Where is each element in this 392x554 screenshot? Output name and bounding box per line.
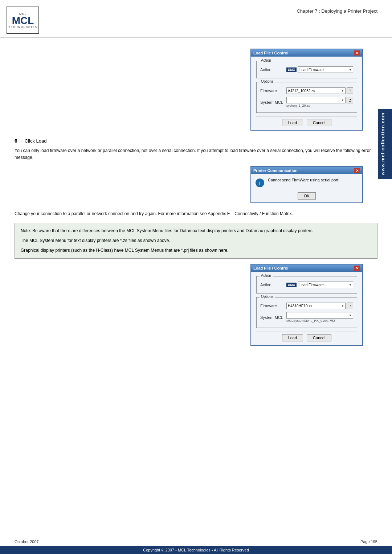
dialog2-firmware-row: Firmware H4310HE10.zs ▼ 🗋 — [260, 303, 353, 309]
footer-top: October 2007 Page 195 — [0, 537, 392, 546]
dialog2-action-label: Action — [260, 283, 286, 287]
dialog2-action-control: DMX Load Firmware ▼ — [286, 282, 353, 288]
system-mcl-select[interactable]: ▼ — [286, 97, 346, 103]
dialog1-titlebar: Load File / Control ✕ — [251, 49, 362, 57]
action-label: Action — [260, 67, 286, 72]
dialog2-system-mcl-select[interactable]: ▼ — [286, 312, 353, 319]
firmware-row: Firmware A4212_10052.zs ▼ 🗋 — [260, 87, 353, 94]
firmware-browse-button[interactable]: 🗋 — [347, 87, 353, 94]
dialog1-load-button[interactable]: Load — [282, 119, 303, 126]
dialog1-close-button[interactable]: ✕ — [354, 50, 360, 56]
chapter-title: Chapter 7 : Deploying a Printer Project — [297, 7, 377, 14]
action-select-arrow: ▼ — [349, 68, 352, 71]
dialog2-action-select-arrow: ▼ — [349, 283, 352, 287]
info-icon: i — [256, 178, 264, 187]
dialog2-firmware-browse-button[interactable]: 🗋 — [347, 303, 353, 309]
dialog2-system-mcl-hint: MCLSystemMenu_HX_0104.PRJ — [286, 319, 335, 323]
footer-page: Page 195 — [360, 539, 377, 544]
dialog2-buttons: Load Cancel — [256, 332, 357, 341]
options-legend: Options — [260, 79, 275, 83]
firmware-select[interactable]: A4212_10052.zs ▼ — [286, 87, 346, 94]
printer-comm-dialog: Printer Communication ✕ i Cannot send Fi… — [250, 166, 363, 203]
dialog2-title: Load File / Control — [253, 266, 289, 270]
dmx-badge: DMX — [286, 67, 297, 72]
step-6: 6 Click Load — [15, 138, 377, 144]
step-number: 6 — [15, 138, 17, 144]
sidebar-watermark: www.mcl-collection.com — [378, 109, 392, 179]
dialog2-body: Action Action DMX Load Firmware ▼ — [251, 272, 362, 345]
action-select[interactable]: Load Firmware ▼ — [298, 66, 353, 73]
system-mcl-row: System MCL ▼ 🗋 system_1_20.zs — [260, 97, 353, 107]
printer-comm-title: Printer Communication — [253, 168, 298, 173]
options-fieldset: Options Firmware A4212_10052.zs ▼ 🗋 Syst — [256, 82, 357, 113]
dialog2-close-button[interactable]: ✕ — [354, 266, 360, 271]
dialog2-firmware-select[interactable]: H4310HE10.zs ▼ — [286, 303, 346, 309]
dialog2-firmware-label: Firmware — [260, 304, 286, 308]
dialog2-action-legend: Action — [260, 274, 273, 278]
action-legend: Action — [260, 58, 273, 62]
logo-letters: MCL — [12, 16, 34, 26]
page-footer: October 2007 Page 195 Copyright © 2007 •… — [0, 537, 392, 554]
para-serial-connection: You can only load firmware over a networ… — [15, 147, 377, 161]
printer-comm-titlebar: Printer Communication ✕ — [251, 167, 362, 174]
logo-bottom: TECHNOLOGIES — [8, 26, 37, 28]
firmware-select-arrow: ▼ — [341, 89, 344, 93]
system-mcl-control: ▼ 🗋 system_1_20.zs — [286, 97, 353, 107]
printer-comm-message: Cannot send FirmWare using serial port!! — [268, 178, 358, 182]
dialog2-options-legend: Options — [260, 295, 275, 299]
dialog2-dmx-badge: DMX — [286, 283, 297, 287]
footer-copyright: Copyright © 2007 • MCL Technologies • Al… — [0, 546, 392, 554]
printer-comm-container: Printer Communication ✕ i Cannot send Fi… — [15, 166, 363, 203]
dialog2-cancel-button[interactable]: Cancel — [307, 334, 331, 341]
dialog1-cancel-button[interactable]: Cancel — [307, 119, 331, 126]
dialog1-body: Action Action DMX Load Firmware ▼ — [251, 57, 362, 130]
page-header: MCL MCL TECHNOLOGIES Chapter 7 : Deployi… — [0, 0, 392, 38]
dialog2-options-fieldset: Options Firmware H4310HE10.zs ▼ 🗋 System — [256, 297, 357, 328]
system-mcl-label: System MCL — [260, 100, 286, 104]
dialog2-system-mcl-label: System MCL — [260, 315, 286, 320]
dialog1-container: Load File / Control ✕ Action Action DMX … — [15, 49, 363, 131]
dialog2-action-select[interactable]: Load Firmware ▼ — [298, 282, 353, 288]
footer-date: October 2007 — [15, 539, 39, 544]
action-fieldset: Action Action DMX Load Firmware ▼ — [256, 61, 357, 78]
system-mcl-browse-button[interactable]: 🗋 — [347, 97, 353, 103]
action-control: DMX Load Firmware ▼ — [286, 66, 353, 73]
main-content: Load File / Control ✕ Action Action DMX … — [0, 38, 392, 360]
firmware-control: A4212_10052.zs ▼ 🗋 — [286, 87, 353, 94]
note-box: Note: Be aware that there are difference… — [15, 223, 377, 259]
note-line-3: Graphical display printers (such as the … — [21, 247, 371, 254]
firmware-label: Firmware — [260, 89, 286, 93]
note-line-2: The MCL System Menu for text display pri… — [21, 237, 371, 244]
dialog2-system-mcl-arrow: ▼ — [349, 314, 352, 317]
load-file-control-dialog-2: Load File / Control ✕ Action Action DMX … — [250, 264, 363, 346]
dialog2-load-button[interactable]: Load — [282, 334, 303, 341]
action-row: Action DMX Load Firmware ▼ — [260, 66, 353, 73]
company-logo: MCL MCL TECHNOLOGIES — [7, 7, 39, 34]
dialog2-action-row: Action DMX Load Firmware ▼ — [260, 282, 353, 288]
note-line-1: Note: Be aware that there are difference… — [21, 227, 371, 234]
step-text: Click Load — [25, 138, 47, 144]
dialog2-firmware-control: H4310HE10.zs ▼ 🗋 — [286, 303, 353, 309]
dialog2-system-mcl-row: System MCL ▼ MCLSystemMenu_HX_0104.PRJ — [260, 312, 353, 323]
dialog1-buttons: Load Cancel — [256, 116, 357, 126]
load-file-control-dialog-1: Load File / Control ✕ Action Action DMX … — [250, 49, 363, 131]
para-change-connection: Change your connection to a parallel or … — [15, 210, 377, 217]
printer-comm-close-button[interactable]: ✕ — [354, 168, 360, 173]
dialog2-container: Load File / Control ✕ Action Action DMX … — [15, 264, 363, 346]
dialog1-title: Load File / Control — [253, 51, 289, 55]
printer-comm-ok-button[interactable]: OK — [298, 192, 316, 200]
dialog2-action-fieldset: Action Action DMX Load Firmware ▼ — [256, 276, 357, 294]
dialog2-system-mcl-control: ▼ MCLSystemMenu_HX_0104.PRJ — [286, 312, 353, 323]
printer-comm-btn-row: OK — [251, 191, 362, 202]
printer-comm-body: i Cannot send FirmWare using serial port… — [251, 174, 362, 191]
dialog2-titlebar: Load File / Control ✕ — [251, 264, 362, 272]
dialog2-firmware-select-arrow: ▼ — [341, 304, 344, 308]
system-mcl-hint: system_1_20.zs — [286, 104, 310, 107]
system-mcl-select-arrow: ▼ — [341, 99, 344, 102]
